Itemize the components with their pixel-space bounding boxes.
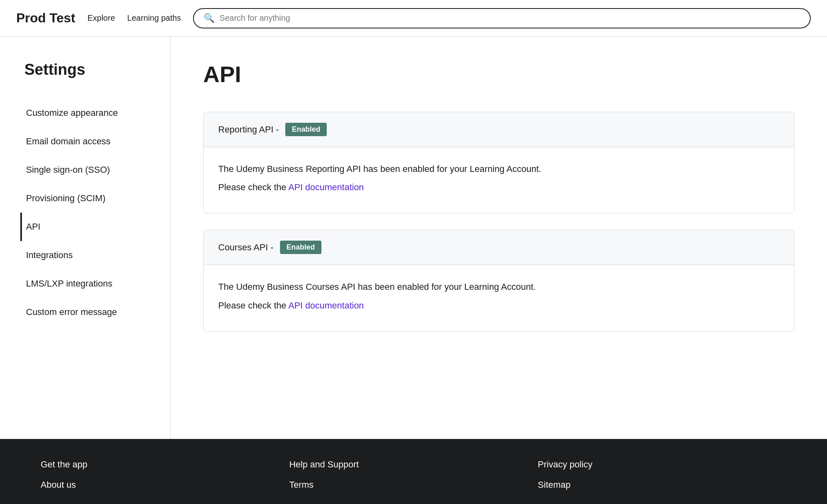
courses-api-desc-1: The Udemy Business Courses API has been … [218, 280, 779, 294]
footer-terms[interactable]: Terms [289, 480, 538, 490]
courses-api-card: Courses API - Enabled The Udemy Business… [203, 230, 794, 331]
reporting-api-desc-1: The Udemy Business Reporting API has bee… [218, 162, 779, 176]
reporting-api-header: Reporting API - Enabled [204, 112, 794, 147]
search-bar[interactable]: 🔍 [193, 8, 811, 28]
search-input[interactable] [219, 13, 800, 23]
sidebar-nav: Customize appearance Email domain access… [24, 99, 154, 326]
reporting-api-body: The Udemy Business Reporting API has bee… [204, 147, 794, 213]
courses-api-desc-2-prefix: Please check the [218, 300, 288, 311]
sidebar-item-sso[interactable]: Single sign-on (SSO) [20, 156, 154, 184]
reporting-api-card: Reporting API - Enabled The Udemy Busine… [203, 112, 794, 213]
footer-column-1: Get the app About us [41, 459, 289, 490]
nav-explore[interactable]: Explore [87, 13, 115, 23]
courses-api-badge: Enabled [280, 241, 321, 254]
nav-learning-paths[interactable]: Learning paths [127, 13, 181, 23]
reporting-api-doc-link[interactable]: API documentation [288, 182, 364, 192]
main-nav: Explore Learning paths [87, 13, 181, 23]
page-title: API [203, 61, 794, 87]
footer-help-support[interactable]: Help and Support [289, 459, 538, 470]
footer-privacy-policy[interactable]: Privacy policy [538, 459, 786, 470]
reporting-api-desc-2: Please check the API documentation [218, 180, 779, 194]
courses-api-desc-2: Please check the API documentation [218, 298, 779, 313]
footer-get-app[interactable]: Get the app [41, 459, 289, 470]
main-content: API Reporting API - Enabled The Udemy Bu… [171, 37, 827, 439]
sidebar-item-customize-appearance[interactable]: Customize appearance [20, 99, 154, 127]
sidebar-item-lms-lxp[interactable]: LMS/LXP integrations [20, 269, 154, 298]
logo[interactable]: Prod Test [16, 11, 75, 26]
footer-column-3: Privacy policy Sitemap [538, 459, 786, 490]
courses-api-doc-link[interactable]: API documentation [288, 300, 364, 311]
sidebar-title: Settings [24, 61, 154, 78]
sidebar-item-custom-error-message[interactable]: Custom error message [20, 298, 154, 326]
header: Prod Test Explore Learning paths 🔍 [0, 0, 827, 37]
sidebar-item-api[interactable]: API [20, 213, 154, 241]
courses-api-header: Courses API - Enabled [204, 230, 794, 265]
main-layout: Settings Customize appearance Email doma… [0, 37, 827, 439]
search-icon: 🔍 [204, 13, 215, 24]
courses-api-title: Courses API - [218, 242, 273, 253]
reporting-api-title: Reporting API - [218, 124, 279, 135]
footer-about-us[interactable]: About us [41, 480, 289, 490]
footer: Get the app About us Help and Support Te… [0, 439, 827, 504]
sidebar-item-provisioning-scim[interactable]: Provisioning (SCIM) [20, 184, 154, 213]
courses-api-body: The Udemy Business Courses API has been … [204, 265, 794, 331]
reporting-api-badge: Enabled [285, 123, 327, 136]
footer-column-2: Help and Support Terms [289, 459, 538, 490]
footer-sitemap[interactable]: Sitemap [538, 480, 786, 490]
sidebar-item-email-domain-access[interactable]: Email domain access [20, 127, 154, 156]
reporting-api-desc-2-prefix: Please check the [218, 182, 288, 192]
sidebar-item-integrations[interactable]: Integrations [20, 241, 154, 269]
sidebar: Settings Customize appearance Email doma… [0, 37, 171, 439]
